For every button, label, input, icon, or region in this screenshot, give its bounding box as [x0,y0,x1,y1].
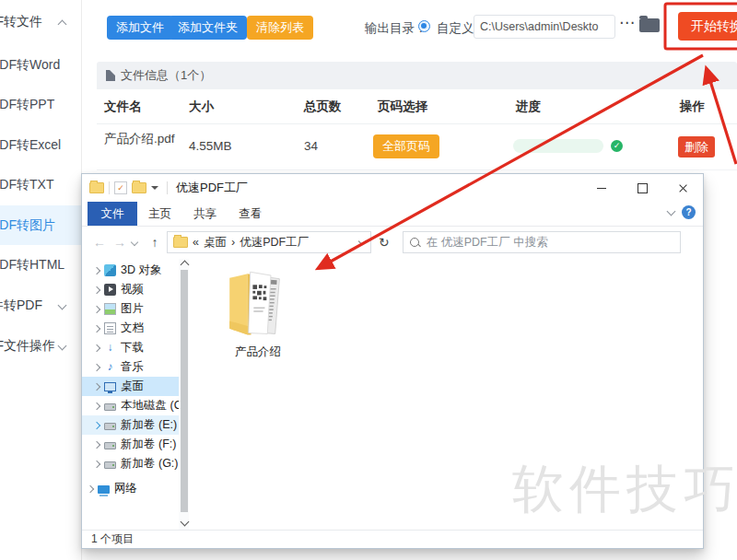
file-name: 产品介绍.pdf [104,131,178,147]
sidebar-group-file-to-pdf[interactable]: 文件转PDF [0,286,82,325]
sidebar-group-pdf-operations[interactable]: PDF文件操作 [0,326,82,366]
tree-item-music[interactable]: ♪音乐 [82,357,179,377]
tab-file[interactable]: 文件 [88,202,137,226]
folder-item[interactable]: 产品介绍 [210,262,306,360]
search-box[interactable] [403,231,681,253]
minimize-icon [597,188,606,189]
breadcrumb-prefix[interactable]: « [193,236,199,249]
expand-icon[interactable] [93,363,100,370]
address-dropdown-icon[interactable] [358,238,366,245]
col-size: 大小 [189,89,214,123]
back-button[interactable]: ← [89,235,110,250]
quick-access-check-icon[interactable]: ✓ [114,181,127,194]
quick-access-dropdown-icon[interactable] [151,186,158,190]
sidebar-group-label: PDF转文件 [0,2,42,41]
refresh-button[interactable]: ↻ [379,235,390,250]
tab-view[interactable]: 查看 [228,202,273,226]
page-select-button[interactable]: 全部页码 [373,134,439,158]
download-icon: ↓ [104,342,116,354]
expand-icon[interactable] [93,382,100,390]
expand-icon[interactable] [93,286,100,293]
quick-access-folder-icon[interactable] [132,182,146,193]
breadcrumb-desktop[interactable]: 桌面 [204,235,227,251]
tab-home[interactable]: 主页 [137,202,182,226]
file-pages: 34 [304,123,318,169]
tree-item-videos[interactable]: 视频 [82,280,179,299]
tree-item-3d-objects[interactable]: 3D 对象 [82,261,179,280]
desktop-icon [104,382,116,391]
open-folder-icon[interactable] [639,18,660,32]
folder-item-label: 产品介绍 [210,344,306,360]
collapse-ribbon-icon[interactable] [667,206,676,216]
close-icon [678,183,688,193]
expand-icon[interactable] [93,460,100,467]
start-convert-button[interactable]: 开始转换 [678,12,737,41]
open-folder-icon [219,262,297,340]
expand-icon[interactable] [93,266,100,274]
sidebar-item-pdf-to-html[interactable]: PDF转HTML [0,245,82,285]
tree-item-network[interactable]: 网络 [82,479,179,498]
sidebar-item-pdf-to-ppt[interactable]: PDF转PPT [0,85,82,124]
scroll-up-icon[interactable] [180,261,189,270]
drive-icon [104,423,116,430]
up-button[interactable]: ↑ [145,235,165,250]
title-bar[interactable]: ✓ 优速PDF工厂 [82,174,703,202]
delete-button[interactable]: 删除 [678,136,715,158]
scroll-down-icon[interactable] [180,518,189,527]
sidebar-item-pdf-to-image[interactable]: PDF转图片 [0,205,82,245]
expand-icon[interactable] [93,421,100,428]
sidebar-item-pdf-to-excel[interactable]: PDF转Excel [0,125,82,165]
drive-icon [104,403,116,411]
clear-list-button[interactable]: 清除列表 [247,16,313,40]
minimize-button[interactable] [581,174,622,202]
breadcrumb-current[interactable]: 优速PDF工厂 [240,235,309,251]
close-button[interactable] [662,174,703,202]
tab-share[interactable]: 共享 [182,202,228,226]
file-info-title: 文件信息（1个） [121,67,211,84]
address-folder-icon [173,237,188,248]
chevron-up-icon [58,20,67,29]
tree-item-volume-e[interactable]: 新加卷 (E:) [82,415,179,435]
tree-item-local-disk-c[interactable]: 本地磁盘 (C:) [82,396,179,415]
sidebar-item-pdf-to-word[interactable]: PDF转Word [0,45,82,85]
maximize-icon [638,183,648,193]
sidebar-group-pdf-to-file[interactable]: PDF转文件 [0,2,82,41]
divider [167,181,168,194]
status-bar: 1 个项目 [82,530,703,548]
sidebar: PDF转文件 PDF转Word PDF转PPT PDF转Excel PDF转TX… [0,0,82,560]
help-button[interactable]: ? [682,205,696,219]
add-file-button[interactable]: 添加文件 [107,16,173,40]
tree-scrollbar[interactable] [179,259,189,530]
search-input[interactable] [425,235,673,250]
custom-radio-label[interactable]: 自定义 [437,20,474,37]
chevron-down-icon [58,301,67,310]
expand-icon[interactable] [93,324,100,332]
tree-item-pictures[interactable]: 图片 [82,299,179,319]
expand-icon[interactable] [93,344,100,351]
progress-bar [513,139,603,153]
expand-icon[interactable] [93,402,100,409]
expand-icon[interactable] [87,484,94,492]
tree-item-volume-f[interactable]: 新加卷 (F:) [82,435,179,454]
address-bar: ← → ↑ « 桌面 › 优速PDF工厂 ↻ [82,226,703,259]
scrollbar-thumb[interactable] [181,270,188,512]
add-folder-button[interactable]: 添加文件夹 [169,16,247,40]
sidebar-item-pdf-to-txt[interactable]: PDF转TXT [0,165,82,204]
drive-icon [104,461,116,469]
progress-done-icon: ✓ [611,140,623,152]
output-path-input[interactable] [474,15,615,39]
tree-item-documents[interactable]: 文档 [82,319,179,338]
tree-item-desktop[interactable]: 桌面 [82,377,179,396]
address-box[interactable]: « 桌面 › 优速PDF工厂 [167,231,371,253]
custom-radio[interactable] [418,20,430,32]
tree-item-downloads[interactable]: ↓下载 [82,338,179,357]
expand-icon[interactable] [93,440,100,448]
drive-icon [104,442,116,449]
recent-locations-icon[interactable] [131,239,138,246]
maximize-button[interactable] [622,174,662,202]
breadcrumb-separator: › [231,236,235,249]
forward-button[interactable]: → [110,235,130,250]
tree-item-volume-g[interactable]: 新加卷 (G:) [82,454,179,473]
expand-icon[interactable] [93,305,100,312]
browse-more-button[interactable]: ⋯ [619,13,635,32]
